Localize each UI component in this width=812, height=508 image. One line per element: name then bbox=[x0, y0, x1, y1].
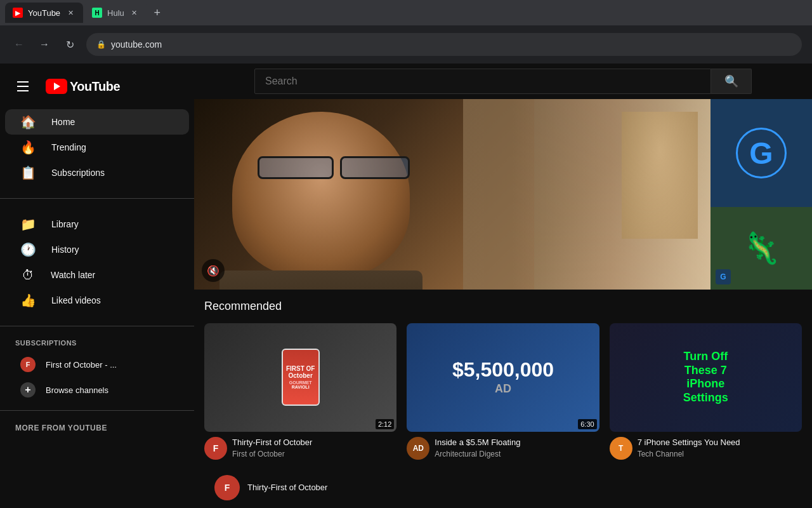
youtube-logo[interactable]: YouTube bbox=[46, 79, 120, 94]
thumb-oct-bg: FIRST OFOctober GOURMET RAVIOLI bbox=[204, 323, 396, 432]
video-thumb-iphone: Turn OffThese 7iPhoneSettings bbox=[610, 323, 802, 432]
sidebar-item-liked-videos[interactable]: 👍 Liked videos bbox=[5, 288, 189, 313]
recommended-title: Recommended bbox=[204, 300, 802, 313]
hulu-favicon: H bbox=[92, 8, 102, 18]
tab-youtube-label: YouTube bbox=[28, 8, 60, 18]
video-info-55m: AD Inside a $5.5M Floating Architectural… bbox=[407, 437, 599, 460]
list-row-55m[interactable]: AD Inside a $5.5M Floating bbox=[204, 505, 802, 508]
sidebar-divider-3 bbox=[0, 410, 194, 411]
first-october-label: First of October - ... bbox=[46, 360, 117, 370]
video-card-iphone[interactable]: Turn OffThese 7iPhoneSettings T 7 iPhone… bbox=[610, 323, 802, 460]
tab-youtube[interactable]: ▶ YouTube ✕ bbox=[5, 3, 83, 23]
sidebar-subscriptions-label: Subscriptions bbox=[51, 168, 105, 178]
home-icon: 🏠 bbox=[20, 114, 36, 130]
browser-chrome: ▶ YouTube ✕ H Hulu ✕ + ← → ↻ 🔒 youtube.c… bbox=[0, 0, 812, 64]
tab-hulu-close[interactable]: ✕ bbox=[129, 8, 140, 18]
first-october-avatar: F bbox=[20, 357, 36, 372]
duration-55m: 6:30 bbox=[578, 419, 596, 429]
iphone-channel-avatar: T bbox=[610, 437, 632, 460]
video-card-55m[interactable]: $5,500,000 AD 6:30 AD Inside a $5.5M Flo… bbox=[407, 323, 599, 460]
add-channel-icon: + bbox=[20, 382, 36, 398]
video-meta-oct: Thirty-First of October First of October bbox=[232, 437, 396, 460]
add-tab-button[interactable]: + bbox=[148, 4, 166, 22]
video-list: F Thirty-First of October AD Inside a $5… bbox=[204, 470, 802, 508]
sidebar-trending-label: Trending bbox=[51, 142, 86, 152]
subscriptions-icon: 📋 bbox=[20, 165, 36, 180]
browse-channels-button[interactable]: + Browse channels bbox=[5, 377, 189, 403]
sidebar-item-history[interactable]: 🕐 History bbox=[5, 237, 189, 262]
glasses-left bbox=[258, 156, 334, 179]
browse-channels-label: Browse channels bbox=[46, 385, 108, 395]
side-thumb-geico-top[interactable]: G bbox=[710, 99, 812, 207]
geico-bottom-letter: G bbox=[720, 272, 726, 281]
sidebar-liked-label: Liked videos bbox=[51, 295, 101, 305]
tab-hulu[interactable]: H Hulu ✕ bbox=[84, 3, 147, 23]
hero-video[interactable]: 🔇 G 🦎 G bbox=[194, 99, 812, 290]
recommended-section: Recommended FIRST OFOctober GOURMET RAVI… bbox=[194, 290, 812, 508]
video-grid: FIRST OFOctober GOURMET RAVIOLI 2:12 F T… bbox=[204, 323, 802, 460]
video-card-oct-ravioli[interactable]: FIRST OFOctober GOURMET RAVIOLI 2:12 F T… bbox=[204, 323, 396, 460]
search-button[interactable]: 🔍 bbox=[711, 69, 752, 94]
money-amount: $5,500,000 bbox=[452, 359, 554, 380]
url-bar[interactable]: 🔒 youtube.com bbox=[86, 33, 802, 56]
sidebar-item-home[interactable]: 🏠 Home bbox=[5, 109, 189, 135]
trending-icon: 🔥 bbox=[20, 140, 36, 155]
history-icon: 🕐 bbox=[20, 242, 36, 257]
geico-logo: G bbox=[736, 128, 787, 178]
sidebar-library-nav: 📁 Library 🕐 History ⏱ Watch later 👍 Like… bbox=[0, 206, 194, 318]
thumb-money-bg: $5,500,000 AD bbox=[407, 323, 599, 432]
youtube-favicon: ▶ bbox=[13, 8, 23, 18]
search-bar[interactable] bbox=[254, 69, 711, 94]
gecko-icon: 🦎 bbox=[742, 231, 780, 266]
back-button[interactable]: ← bbox=[10, 36, 28, 53]
forward-button[interactable]: → bbox=[36, 36, 53, 53]
reload-button[interactable]: ↻ bbox=[61, 36, 79, 53]
person-face bbox=[232, 112, 410, 277]
sidebar-home-label: Home bbox=[51, 117, 75, 127]
video-channel-iphone: Tech Channel bbox=[638, 450, 802, 458]
hero-person-right-bg bbox=[463, 99, 710, 290]
side-thumb-geico-bottom[interactable]: 🦎 G bbox=[710, 207, 812, 290]
tab-bar: ▶ YouTube ✕ H Hulu ✕ + bbox=[0, 0, 812, 25]
sidebar-header: YouTube bbox=[0, 69, 194, 104]
video-info-iphone: T 7 iPhone Settings You Need Tech Channe… bbox=[610, 437, 802, 460]
search-input[interactable] bbox=[265, 76, 700, 87]
video-title-oct: Thirty-First of October bbox=[232, 437, 396, 448]
sidebar-watch-later-label: Watch later bbox=[51, 270, 95, 280]
ad-channel-avatar: AD bbox=[407, 437, 429, 460]
video-meta-iphone: 7 iPhone Settings You Need Tech Channel bbox=[638, 437, 802, 460]
list-oct-avatar: F bbox=[214, 475, 240, 500]
search-bar-container: 🔍 bbox=[194, 64, 812, 99]
subscription-item-first-october[interactable]: F First of October - ... bbox=[5, 352, 189, 377]
oct-channel-avatar: F bbox=[204, 437, 227, 460]
iphone-title-text: Turn OffThese 7iPhoneSettings bbox=[683, 350, 728, 404]
person-body bbox=[219, 271, 422, 290]
geico-bottom-badge: G bbox=[716, 269, 731, 284]
more-from-youtube-title: MORE FROM YOUTUBE bbox=[0, 418, 194, 438]
video-meta-55m: Inside a $5.5M Floating Architectural Di… bbox=[435, 437, 599, 460]
hero-mute-button[interactable]: 🔇 bbox=[202, 259, 225, 282]
video-thumb-money: $5,500,000 AD 6:30 bbox=[407, 323, 599, 432]
tab-hulu-label: Hulu bbox=[107, 8, 124, 18]
sidebar-library-label: Library bbox=[51, 219, 79, 229]
geico-letter: G bbox=[749, 136, 773, 171]
youtube-logo-text: YouTube bbox=[70, 79, 120, 94]
sidebar-nav: 🏠 Home 🔥 Trending 📋 Subscriptions bbox=[0, 104, 194, 190]
sidebar-item-subscriptions[interactable]: 📋 Subscriptions bbox=[5, 160, 189, 185]
sidebar-item-trending[interactable]: 🔥 Trending bbox=[5, 135, 189, 160]
sidebar-divider-2 bbox=[0, 326, 194, 326]
hamburger-menu-button[interactable] bbox=[10, 74, 36, 99]
lock-icon: 🔒 bbox=[96, 40, 106, 49]
list-oct-title: Thirty-First of October bbox=[247, 483, 327, 492]
sidebar-divider-1 bbox=[0, 198, 194, 199]
sidebar-item-library[interactable]: 📁 Library bbox=[5, 211, 189, 237]
sidebar: YouTube 🏠 Home 🔥 Trending 📋 Subscription… bbox=[0, 64, 194, 508]
list-row-oct[interactable]: F Thirty-First of October bbox=[204, 470, 802, 505]
mute-icon: 🔇 bbox=[207, 265, 219, 277]
url-text: youtube.com bbox=[111, 39, 162, 50]
glasses-right bbox=[340, 156, 410, 179]
sidebar-item-watch-later[interactable]: ⏱ Watch later bbox=[5, 262, 189, 288]
address-bar: ← → ↻ 🔒 youtube.com bbox=[0, 25, 812, 64]
tab-youtube-close[interactable]: ✕ bbox=[65, 8, 75, 18]
video-title-55m: Inside a $5.5M Floating bbox=[435, 437, 599, 448]
